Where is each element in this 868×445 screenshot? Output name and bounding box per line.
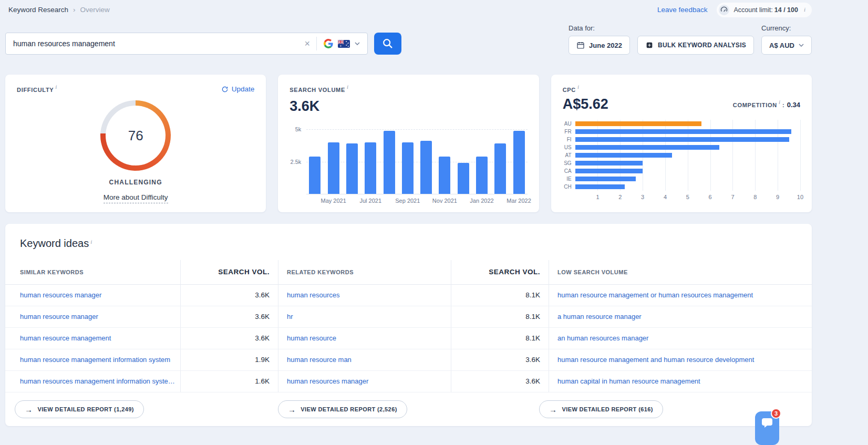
metric-cards-row: DIFFICULTYi Update 76 CHALLENGING More a… <box>5 75 812 212</box>
search-volume-value: 3.6K <box>451 349 549 371</box>
search-button[interactable] <box>374 33 401 55</box>
x-axis-label: 4 <box>664 194 667 200</box>
keyword-cell: human resources <box>278 285 451 306</box>
keyword-cell: human capital in human resource manageme… <box>549 371 812 392</box>
low-volume-keyword-link[interactable]: human resource management and human reso… <box>557 356 754 364</box>
low-volume-keyword-link[interactable]: human resource management or human resou… <box>557 291 753 299</box>
cpc-bar <box>575 153 672 158</box>
volume-bar <box>384 131 395 194</box>
view-detailed-report-related-button[interactable]: →VIEW DETAILED REPORT (2,526) <box>278 400 407 418</box>
breadcrumb-keyword-research[interactable]: Keyword Research <box>8 6 68 14</box>
keyword-cell: hr <box>278 306 451 328</box>
clear-search-icon[interactable]: × <box>298 39 316 48</box>
volume-bar <box>309 157 321 194</box>
search-volume-value: 8.1K <box>451 328 549 349</box>
cpc-bar-row <box>575 128 800 136</box>
volume-bar-slot <box>513 129 525 194</box>
x-tick-label: Sep 2021 <box>401 198 414 205</box>
related-keyword-link[interactable]: human resource man <box>287 356 352 364</box>
cpc-bar-row <box>575 143 800 151</box>
volume-bar-slot <box>327 129 340 194</box>
table-header-row: SIMILAR KEYWORDS SEARCH VOL. RELATED KEY… <box>5 260 812 285</box>
table-row: human resources management information s… <box>5 371 812 392</box>
column-header-search-vol: SEARCH VOL. <box>451 260 549 285</box>
chat-notification-badge: 3 <box>771 408 781 419</box>
country-label: FR <box>563 128 572 136</box>
keyword-cell: an human resources manager <box>549 328 812 349</box>
cpc-chart: AUFRFIUSATSGCAIECH 12345678910 <box>563 120 800 202</box>
search-volume-plot <box>306 129 527 194</box>
low-volume-keyword-link[interactable]: a human resource manager <box>557 313 642 320</box>
keyword-cell: human resources manager <box>5 285 180 306</box>
search-volume-value: 3.6K <box>290 98 527 115</box>
keyword-search-input[interactable] <box>13 39 298 48</box>
country-label: SG <box>563 159 572 167</box>
low-volume-keyword-link[interactable]: an human resources manager <box>557 334 648 342</box>
keyword-ideas-section: Keyword ideasi SIMILAR KEYWORDS SEARCH V… <box>5 224 812 426</box>
cpc-bar-row <box>575 151 800 159</box>
keyword-cell: human resource manager <box>5 306 180 328</box>
breadcrumb: Keyword Research › Overview <box>5 6 110 14</box>
info-icon: i <box>779 99 780 105</box>
low-volume-keyword-link[interactable]: human capital in human resource manageme… <box>557 377 700 385</box>
keyword-search-box: × <box>5 33 368 55</box>
keyword-table: SIMILAR KEYWORDS SEARCH VOL. RELATED KEY… <box>5 260 812 392</box>
similar-keyword-link[interactable]: human resource management <box>20 334 111 342</box>
view-detailed-report-similar-button[interactable]: →VIEW DETAILED REPORT (1,249) <box>15 400 144 418</box>
cpc-bar <box>575 177 636 181</box>
leave-feedback-link[interactable]: Leave feedback <box>657 6 707 14</box>
bulk-keyword-analysis-button[interactable]: BULK KEYWORD ANALYSIS <box>637 36 754 55</box>
keyword-cell: human resource management or human resou… <box>549 285 812 306</box>
info-icon: i <box>577 84 579 90</box>
info-icon: i <box>55 84 57 90</box>
cpc-bar <box>575 137 789 142</box>
keyword-cell: human resource management and human reso… <box>549 349 812 371</box>
search-volume-value: 8.1K <box>451 306 549 328</box>
view-detailed-report-low-volume-button[interactable]: →VIEW DETAILED REPORT (616) <box>539 400 663 418</box>
volume-bar-slot <box>420 129 432 194</box>
country-label: AU <box>563 120 572 128</box>
account-limit-badge: Account limit:14 / 100 i <box>717 3 812 17</box>
currency-select[interactable]: A$ AUD <box>761 36 812 55</box>
column-header-similar-keywords: SIMILAR KEYWORDS <box>5 260 180 285</box>
related-keyword-link[interactable]: hr <box>287 313 293 320</box>
search-volume-value: 3.6K <box>180 306 278 328</box>
volume-bar-slot <box>438 129 451 194</box>
similar-keyword-link[interactable]: human resource management information sy… <box>20 356 170 364</box>
cpc-bar <box>575 121 701 126</box>
competition-indicator: COMPETITIONi:0.34 <box>733 99 800 109</box>
date-picker-value: June 2022 <box>589 42 622 49</box>
similar-keyword-link[interactable]: human resources manager <box>20 291 101 299</box>
volume-bar <box>420 141 432 194</box>
x-tick-label <box>383 198 396 205</box>
x-tick-label: Mar 2022 <box>513 198 525 205</box>
related-keyword-link[interactable]: human resources manager <box>287 377 368 385</box>
x-axis-label: 6 <box>709 194 712 200</box>
currency-value: A$ AUD <box>769 42 794 49</box>
similar-keyword-link[interactable]: human resource manager <box>20 313 98 320</box>
topbar: Keyword Research › Overview Leave feedba… <box>5 0 812 16</box>
x-tick-label: May 2021 <box>327 198 340 205</box>
breadcrumb-overview: Overview <box>80 6 110 14</box>
date-picker-button[interactable]: June 2022 <box>569 36 630 55</box>
table-row: human resources manager3.6Khuman resourc… <box>5 285 812 306</box>
related-keyword-link[interactable]: human resource <box>287 334 336 342</box>
x-tick-label: Jul 2021 <box>364 198 377 205</box>
volume-bar-slot <box>494 129 507 194</box>
bulk-analysis-icon <box>645 41 654 49</box>
refresh-icon <box>221 86 229 93</box>
related-keyword-link[interactable]: human resources <box>287 291 339 299</box>
update-button[interactable]: Update <box>221 85 255 93</box>
x-tick-label <box>346 198 358 205</box>
keyword-cell: human resources management information s… <box>5 371 180 392</box>
similar-keyword-link[interactable]: human resources management information s… <box>20 377 175 385</box>
more-about-difficulty-link[interactable]: More about Difficulty <box>104 192 168 203</box>
difficulty-gauge-ring: 76 <box>100 100 171 171</box>
x-axis-label: 1 <box>596 194 599 200</box>
info-icon: i <box>804 7 805 13</box>
speedometer-icon <box>719 5 729 15</box>
search-engine-region-selector[interactable] <box>316 37 363 50</box>
difficulty-score: 76 <box>106 106 166 165</box>
country-label: FI <box>563 136 572 143</box>
cpc-axis: 12345678910 <box>575 192 800 202</box>
